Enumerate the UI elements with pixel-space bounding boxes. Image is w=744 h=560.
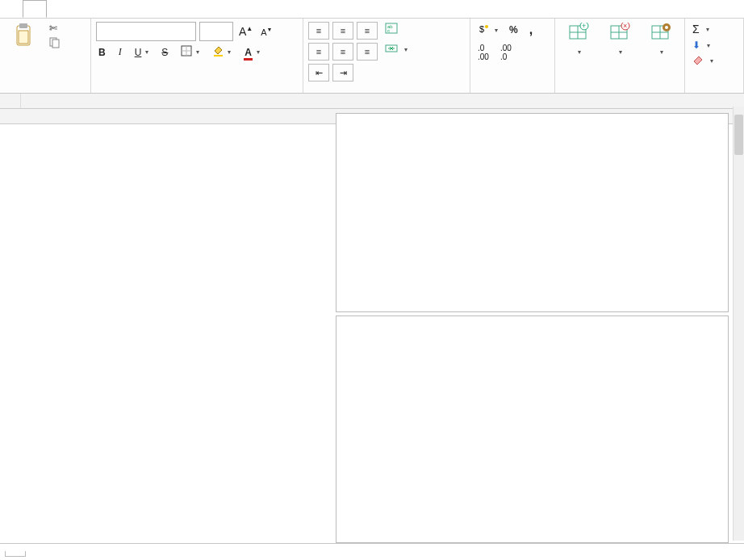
font-color-icon: A (244, 47, 253, 58)
wrap-text-icon: abc (385, 23, 398, 36)
align-center-button[interactable]: ≡ (332, 43, 353, 61)
font-group-label (96, 90, 298, 93)
italic-icon: I (119, 46, 122, 58)
indent-decrease-button[interactable]: ⇤ (308, 64, 329, 81)
pie-chart-title (336, 316, 728, 326)
sigma-icon: Σ (692, 23, 700, 36)
font-color-button[interactable]: A▾ (241, 46, 262, 59)
align-left-icon: ≡ (316, 47, 321, 56)
tab-home[interactable] (23, 0, 47, 18)
align-right-button[interactable]: ≡ (357, 43, 378, 61)
insert-cells-button[interactable]: + ▾ (560, 22, 596, 56)
alignment-group-label (308, 90, 465, 93)
clipboard-icon (12, 23, 35, 48)
autosum-button[interactable]: Σ▾ (690, 22, 738, 36)
svg-text:+: + (582, 23, 586, 30)
comma-icon: , (529, 23, 533, 37)
svg-rect-1 (19, 23, 27, 28)
borders-icon (181, 45, 192, 59)
delete-cells-button[interactable]: × ▾ (601, 22, 637, 56)
copy-icon (49, 37, 61, 48)
format-cells-button[interactable]: ▾ (643, 22, 679, 56)
fill-button[interactable]: ⬇▾ (690, 39, 738, 52)
number-group-label (475, 90, 550, 93)
bold-button[interactable]: B (96, 46, 108, 59)
merge-cells-icon (385, 43, 398, 56)
ribbon: ✄ A▲ A▼ B I (0, 19, 744, 94)
strike-icon: S (161, 47, 168, 58)
svg-rect-4 (52, 40, 59, 48)
comma-button[interactable]: , (527, 22, 535, 38)
align-top-button[interactable]: ≡ (308, 22, 329, 40)
align-middle-icon: ≡ (341, 26, 345, 36)
svg-point-14 (485, 25, 488, 28)
decrease-decimal-button[interactable]: .00.0 (498, 43, 514, 62)
svg-text:c: c (387, 28, 390, 33)
decrease-decimal-icon: .00.0 (500, 44, 512, 61)
font-size-select[interactable] (199, 22, 233, 41)
clear-button[interactable]: ▾ (690, 54, 738, 68)
currency-icon: $ (478, 23, 491, 37)
align-bottom-button[interactable]: ≡ (357, 22, 378, 40)
sheet-tab-breakeven[interactable] (5, 551, 26, 557)
wrap-text-button[interactable]: abc (382, 22, 410, 37)
insert-cells-icon: + (568, 23, 589, 44)
indent-decrease-icon: ⇤ (316, 68, 323, 78)
percent-icon: % (509, 24, 518, 36)
svg-rect-8 (214, 55, 223, 56)
eraser-icon (692, 55, 704, 67)
currency-button[interactable]: $▾ (475, 23, 500, 38)
group-cells: + ▾ × ▾ ▾ (555, 19, 685, 93)
underline-icon: U (135, 47, 142, 58)
spreadsheet-grid[interactable] (0, 109, 744, 543)
align-bottom-icon: ≡ (365, 26, 370, 36)
line-chart[interactable] (336, 113, 729, 312)
align-left-button[interactable]: ≡ (308, 43, 329, 61)
bucket-icon (212, 45, 224, 59)
percent-button[interactable]: % (507, 23, 520, 36)
align-top-icon: ≡ (316, 26, 321, 36)
group-alignment: ≡ ≡ ≡ ≡ ≡ ≡ ⇤ ⇥ abc (303, 19, 470, 93)
copy-button[interactable] (47, 36, 65, 49)
borders-button[interactable]: ▾ (178, 44, 202, 60)
align-right-icon: ≡ (365, 47, 370, 56)
clipboard-group-label (5, 90, 86, 93)
svg-text:$: $ (479, 24, 484, 34)
tab-insert[interactable] (47, 0, 69, 18)
decrease-font-icon: A▼ (261, 27, 272, 37)
svg-point-29 (665, 26, 668, 29)
indent-increase-icon: ⇥ (340, 68, 347, 78)
decrease-font-button[interactable]: A▼ (258, 26, 274, 38)
format-cells-icon (650, 23, 671, 44)
merge-cells-button[interactable]: ▾ (382, 42, 410, 57)
sheet-tabs-bar (0, 543, 744, 560)
svg-rect-2 (19, 31, 28, 44)
scissors-icon: ✄ (49, 23, 57, 34)
scroll-thumb[interactable] (734, 115, 743, 155)
tab-formulas[interactable] (69, 0, 92, 18)
fill-color-button[interactable]: ▾ (210, 44, 233, 60)
svg-text:×: × (623, 23, 627, 30)
increase-decimal-icon: .0.00 (478, 44, 489, 61)
column-headers (0, 94, 744, 109)
increase-font-button[interactable]: A▲ (236, 24, 255, 39)
underline-button[interactable]: U▾ (132, 46, 152, 59)
cut-button[interactable]: ✄ (47, 22, 65, 35)
italic-button[interactable]: I (116, 45, 124, 59)
font-family-select[interactable] (96, 22, 196, 41)
indent-increase-button[interactable]: ⇥ (332, 64, 353, 81)
tab-file[interactable] (0, 0, 23, 18)
vertical-scrollbar[interactable] (733, 107, 744, 541)
pie-chart[interactable] (336, 316, 729, 543)
group-clipboard: ✄ (0, 19, 91, 93)
paste-button[interactable] (5, 22, 42, 52)
align-middle-button[interactable]: ≡ (332, 22, 353, 40)
bold-icon: B (98, 47, 106, 58)
group-font: A▲ A▼ B I U▾ S ▾ ▾ A▾ (91, 19, 303, 93)
menu-tabs (0, 0, 744, 19)
strike-button[interactable]: S (159, 46, 170, 59)
increase-font-icon: A▲ (239, 25, 253, 38)
tab-data[interactable] (92, 0, 115, 18)
align-center-icon: ≡ (341, 47, 345, 56)
increase-decimal-button[interactable]: .0.00 (475, 43, 491, 62)
